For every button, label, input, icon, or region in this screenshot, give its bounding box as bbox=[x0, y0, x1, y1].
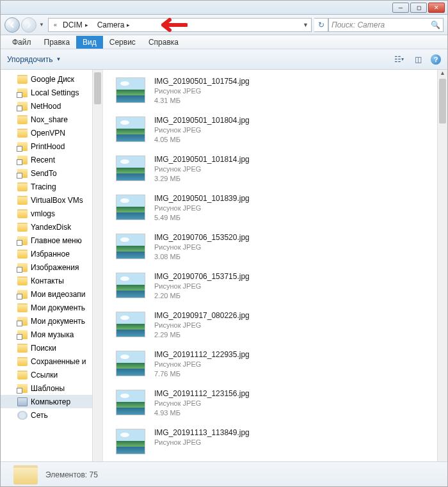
menu-edit[interactable]: Правка bbox=[38, 36, 77, 49]
tree-item[interactable]: VirtualBox VMs bbox=[1, 193, 102, 207]
address-dropdown-icon[interactable]: ▼ bbox=[303, 22, 311, 28]
image-thumbnail bbox=[116, 273, 145, 298]
tree-item-label: Google Диск bbox=[31, 75, 74, 84]
breadcrumb-root-icon[interactable]: « bbox=[51, 22, 60, 28]
shortcut-icon bbox=[17, 384, 28, 393]
image-thumbnail bbox=[116, 429, 145, 454]
file-item[interactable]: IMG_20190917_080226.jpgРисунок JPEG2.29 … bbox=[116, 309, 447, 346]
file-size: 7.76 МБ bbox=[154, 369, 250, 379]
tree-item[interactable]: NetHood bbox=[1, 99, 102, 113]
tree-item[interactable]: OpenVPN bbox=[1, 126, 102, 140]
tree-item-label: Мои документь bbox=[31, 317, 85, 326]
view-options-button[interactable]: ☷▾ bbox=[392, 54, 405, 65]
image-thumbnail bbox=[116, 351, 145, 376]
file-item[interactable]: IMG_20190501_101814.jpgРисунок JPEG3.29 … bbox=[116, 153, 447, 190]
file-size: 4.93 МБ bbox=[154, 408, 250, 418]
breadcrumb-segment[interactable]: Camera▸ bbox=[94, 20, 136, 29]
tree-item-label: Tracing bbox=[31, 182, 56, 191]
folder-icon bbox=[17, 303, 28, 312]
file-type: Рисунок JPEG bbox=[154, 282, 250, 291]
tree-item[interactable]: Поиски bbox=[1, 341, 102, 355]
tree-item[interactable]: Сохраненные и bbox=[1, 355, 102, 368]
maximize-button[interactable]: ◻ bbox=[410, 3, 427, 13]
tree-item[interactable]: Nox_share bbox=[1, 113, 102, 126]
tree-item[interactable]: Моя музыка bbox=[1, 328, 102, 341]
shortcut-icon bbox=[17, 290, 28, 299]
tree-item[interactable]: PrintHood bbox=[1, 140, 102, 153]
file-size: 3.29 МБ bbox=[154, 174, 250, 184]
chevron-down-icon: ▼ bbox=[56, 56, 61, 62]
file-item[interactable]: IMG_20191112_122935.jpgРисунок JPEG7.76 … bbox=[116, 348, 447, 385]
tree-scrollbar[interactable] bbox=[92, 70, 102, 461]
arrow-right-icon bbox=[25, 21, 33, 29]
image-thumbnail bbox=[116, 234, 145, 259]
folder-icon bbox=[17, 115, 28, 124]
file-size: 2.29 МБ bbox=[154, 330, 250, 340]
file-list[interactable]: IMG_20190501_101754.jpgРисунок JPEG4.31 … bbox=[103, 70, 447, 461]
tree-item-label: Поиски bbox=[31, 344, 56, 353]
search-placeholder: Поиск: Camera bbox=[332, 20, 385, 29]
tree-item[interactable]: Google Диск bbox=[1, 72, 102, 86]
organize-button[interactable]: Упорядочить▼ bbox=[7, 55, 61, 64]
tree-item[interactable]: Мои документь bbox=[1, 301, 102, 314]
forward-button[interactable] bbox=[21, 17, 36, 33]
image-thumbnail bbox=[116, 116, 145, 142]
tree-item-label: Сохраненные и bbox=[31, 357, 86, 366]
file-item[interactable]: IMG_20190706_153520.jpgРисунок JPEG3.08 … bbox=[116, 231, 447, 268]
tree-item[interactable]: vmlogs bbox=[1, 207, 102, 220]
menu-service[interactable]: Сервис bbox=[103, 36, 142, 49]
menu-view[interactable]: Вид bbox=[76, 36, 103, 49]
refresh-button[interactable]: ↻ bbox=[314, 18, 328, 32]
folder-icon bbox=[17, 196, 28, 205]
tree-item[interactable]: Компьютер bbox=[1, 395, 102, 408]
tree-item[interactable]: Мои видеозапи bbox=[1, 287, 102, 301]
tree-item[interactable]: Шаблоны bbox=[1, 381, 102, 395]
tree-item[interactable]: Избранное bbox=[1, 247, 102, 260]
help-button[interactable]: ? bbox=[431, 54, 441, 65]
back-button[interactable] bbox=[4, 17, 20, 33]
file-item[interactable]: IMG_20190501_101754.jpgРисунок JPEG4.31 … bbox=[116, 75, 447, 112]
tree-item[interactable]: Recent bbox=[1, 153, 102, 166]
tree-item-label: Nox_share bbox=[31, 115, 68, 124]
chevron-right-icon: ▸ bbox=[124, 22, 132, 28]
tree-item[interactable]: Сеть bbox=[1, 408, 102, 422]
tree-item[interactable]: Изображения bbox=[1, 260, 102, 274]
tree-item[interactable]: Контакты bbox=[1, 274, 102, 287]
image-thumbnail bbox=[116, 312, 145, 337]
nav-history-dropdown[interactable]: ▼ bbox=[38, 17, 45, 33]
file-item[interactable]: IMG_20190501_101839.jpgРисунок JPEG5.49 … bbox=[116, 192, 447, 229]
minimize-button[interactable]: ─ bbox=[392, 3, 409, 13]
menu-file[interactable]: Файл bbox=[6, 36, 38, 49]
navigation-tree[interactable]: Google ДискLocal SettingsNetHoodNox_shar… bbox=[1, 70, 103, 461]
tree-item[interactable]: Мои документь bbox=[1, 314, 102, 328]
tree-item[interactable]: Local Settings bbox=[1, 86, 102, 99]
file-name: IMG_20191112_123156.jpg bbox=[154, 388, 250, 399]
menu-help[interactable]: Справка bbox=[142, 36, 185, 49]
tree-item-label: vmlogs bbox=[31, 209, 55, 218]
file-item[interactable]: IMG_20191112_123156.jpgРисунок JPEG4.93 … bbox=[116, 387, 447, 424]
folder-icon bbox=[17, 276, 28, 285]
file-type: Рисунок JPEG bbox=[154, 321, 250, 330]
file-item[interactable]: IMG_20191113_113849.jpgРисунок JPEG bbox=[116, 426, 447, 461]
scrollbar-thumb[interactable] bbox=[439, 79, 446, 124]
search-input[interactable]: Поиск: Camera 🔍 bbox=[328, 18, 444, 32]
file-item[interactable]: IMG_20190501_101804.jpgРисунок JPEG4.05 … bbox=[116, 114, 447, 151]
close-button[interactable]: ✕ bbox=[428, 3, 445, 13]
tree-item[interactable]: Ссылки bbox=[1, 368, 102, 381]
shortcut-icon bbox=[17, 156, 28, 164]
tree-item-label: PrintHood bbox=[31, 142, 65, 151]
file-name: IMG_20190706_153715.jpg bbox=[154, 271, 250, 282]
breadcrumb-segment[interactable]: DCIM▸ bbox=[60, 20, 94, 29]
tree-item[interactable]: Tracing bbox=[1, 180, 102, 193]
tree-item[interactable]: YandexDisk bbox=[1, 220, 102, 234]
scroll-up-icon[interactable]: ▲ bbox=[438, 70, 447, 79]
tree-item-label: Компьютер bbox=[31, 397, 70, 406]
tree-item[interactable]: Главное меню bbox=[1, 234, 102, 247]
tree-item[interactable]: SendTo bbox=[1, 166, 102, 180]
file-name: IMG_20190501_101839.jpg bbox=[154, 193, 250, 204]
tree-item-label: Мои видеозапи bbox=[31, 290, 86, 299]
file-item[interactable]: IMG_20190706_153715.jpgРисунок JPEG2.20 … bbox=[116, 270, 447, 307]
content-scrollbar[interactable]: ▲ bbox=[437, 70, 447, 461]
preview-pane-button[interactable]: ◫ bbox=[412, 54, 424, 65]
scrollbar-thumb[interactable] bbox=[94, 72, 101, 104]
